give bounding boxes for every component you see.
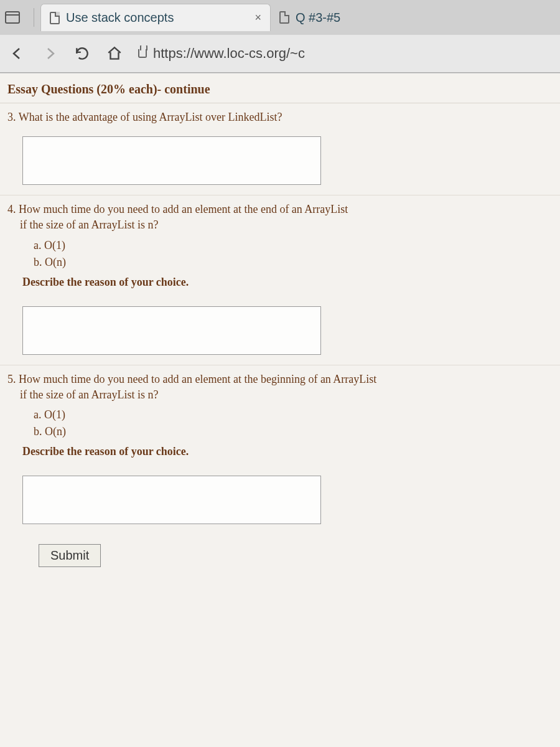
q4-line1: 4. How much time do you need to add an e… xyxy=(7,202,545,217)
q5-line2: if the size of an ArrayList is n? xyxy=(7,387,545,403)
q3-text: 3. What is the advantage of using ArrayL… xyxy=(7,110,545,125)
submit-button[interactable]: Submit xyxy=(39,544,101,567)
q5-option-b: b. O(n) xyxy=(34,423,545,440)
question-3: 3. What is the advantage of using ArrayL… xyxy=(0,103,560,195)
refresh-button[interactable] xyxy=(73,45,91,62)
page-heading: Essay Questions (20% each)- continue xyxy=(0,73,560,103)
tab-inactive[interactable]: Q #3-#5 xyxy=(271,4,349,31)
q5-describe: Describe the reason of your choice. xyxy=(7,440,545,464)
address-bar[interactable]: https://www.loc-cs.org/~c xyxy=(138,45,551,62)
q4-describe: Describe the reason of your choice. xyxy=(7,271,545,295)
browser-chrome: Use stack concepts × Q #3-#5 https://www… xyxy=(0,0,560,73)
q5-line1: 5. How much time do you need to add an e… xyxy=(7,372,545,387)
q4-option-a: a. O(1) xyxy=(34,237,545,254)
tab-active-title: Use stack concepts xyxy=(66,11,174,25)
q4-answer-input[interactable] xyxy=(22,306,321,355)
question-4: 4. How much time do you need to add an e… xyxy=(0,195,560,365)
q5-option-a: a. O(1) xyxy=(34,406,545,423)
address-url: https://www.loc-cs.org/~c xyxy=(153,45,305,62)
tab-active[interactable]: Use stack concepts × xyxy=(40,4,271,31)
close-icon[interactable]: × xyxy=(254,11,261,24)
page-icon xyxy=(50,12,60,24)
lock-icon xyxy=(138,49,147,58)
forward-button xyxy=(41,45,58,62)
tab-bar: Use stack concepts × Q #3-#5 xyxy=(0,0,560,35)
q5-options: a. O(1) b. O(n) xyxy=(7,403,545,440)
page-icon xyxy=(279,11,289,24)
q4-option-b: b. O(n) xyxy=(34,254,545,271)
tab-inactive-title: Q #3-#5 xyxy=(296,11,340,25)
back-button[interactable] xyxy=(9,45,26,62)
q3-answer-input[interactable] xyxy=(22,136,321,185)
q4-line2: if the size of an ArrayList is n? xyxy=(7,217,545,233)
tab-divider xyxy=(34,8,34,27)
home-button[interactable] xyxy=(106,45,123,62)
page-content: Essay Questions (20% each)- continue 3. … xyxy=(0,73,560,747)
window-icon xyxy=(5,11,20,24)
nav-bar: https://www.loc-cs.org/~c xyxy=(0,35,560,72)
submit-row: Submit xyxy=(7,534,553,567)
q5-answer-input[interactable] xyxy=(22,476,321,524)
question-5: 5. How much time do you need to add an e… xyxy=(0,365,560,568)
q4-options: a. O(1) b. O(n) xyxy=(7,233,545,271)
